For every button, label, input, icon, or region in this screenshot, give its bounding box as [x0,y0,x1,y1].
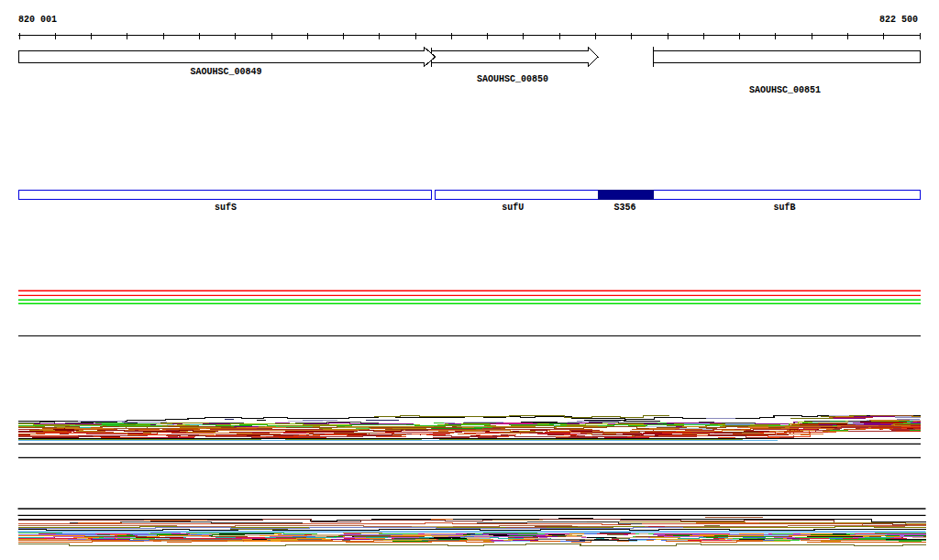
svg-text:822 500: 822 500 [879,15,918,25]
svg-text:SAOUHSC_00849: SAOUHSC_00849 [190,67,261,77]
svg-text:SAOUHSC_00850: SAOUHSC_00850 [477,74,548,84]
svg-text:sufB: sufB [773,203,795,213]
svg-text:sufU: sufU [502,203,524,213]
svg-text:820 001: 820 001 [18,15,57,25]
svg-text:sufS: sufS [215,203,237,213]
svg-text:SAOUHSC_00851: SAOUHSC_00851 [749,85,821,95]
svg-text:S356: S356 [613,203,635,213]
